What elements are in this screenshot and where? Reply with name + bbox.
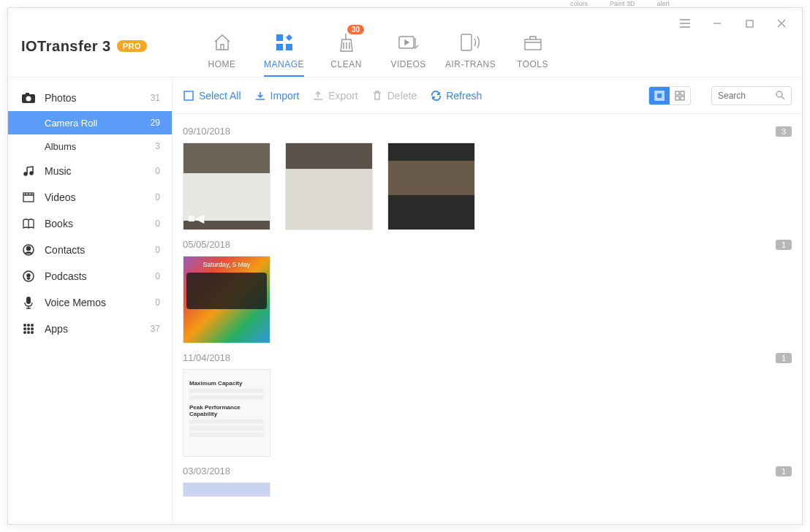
search-box[interactable] xyxy=(711,86,792,105)
nav-videos[interactable]: VIDEOS xyxy=(377,29,439,77)
svg-point-34 xyxy=(776,91,782,97)
refresh-button[interactable]: Refresh xyxy=(430,90,482,102)
import-icon xyxy=(254,90,266,102)
sidebar-item-count: 0 xyxy=(155,271,160,281)
sidebar-item-label: Camera Roll xyxy=(45,118,97,129)
content-toolbar: Select All Import Export Delete Refresh xyxy=(173,77,802,114)
date-group-count: 1 xyxy=(776,240,792,250)
import-button[interactable]: Import xyxy=(254,90,300,102)
sidebar-item-label: Music xyxy=(45,165,72,177)
sidebar-item-count: 0 xyxy=(155,166,160,176)
svg-point-14 xyxy=(27,247,31,251)
nav-home[interactable]: HOME xyxy=(191,29,253,77)
close-button[interactable] xyxy=(765,12,798,34)
photo-gallery[interactable]: 09/10/2018 3 ■◀ 05/05/2018 1 11/04/2018 xyxy=(173,114,802,524)
sidebar-item-videos[interactable]: Videos 0 xyxy=(8,184,172,210)
app-window: IOTransfer 3 PRO HOME MANAGE 30 xyxy=(7,7,803,525)
camera-icon xyxy=(20,93,37,103)
export-icon xyxy=(312,90,324,102)
sidebar: Photos 31 Camera Roll 29 Albums 3 Music … xyxy=(8,77,173,524)
svg-rect-9 xyxy=(26,93,29,95)
clean-badge: 30 xyxy=(347,25,364,34)
minimize-button[interactable] xyxy=(701,12,733,34)
sidebar-item-books[interactable]: Books 0 xyxy=(8,210,172,237)
window-controls xyxy=(669,12,798,34)
sidebar-item-count: 0 xyxy=(155,192,160,202)
view-thumb-large[interactable] xyxy=(649,87,670,104)
sidebar-item-label: Videos xyxy=(45,191,76,203)
main-area: Photos 31 Camera Roll 29 Albums 3 Music … xyxy=(8,77,802,524)
svg-rect-6 xyxy=(746,20,753,27)
menu-button[interactable] xyxy=(669,12,701,34)
svg-point-10 xyxy=(24,172,27,175)
sidebar-item-label: Contacts xyxy=(45,244,85,256)
pro-badge: PRO xyxy=(117,40,147,52)
svg-rect-32 xyxy=(675,96,679,100)
svg-rect-2 xyxy=(286,44,292,50)
svg-rect-29 xyxy=(656,93,662,99)
photo-thumbnail[interactable]: ■◀ xyxy=(183,142,270,230)
sidebar-item-count: 0 xyxy=(155,297,160,308)
date-group-header: 11/04/2018 1 xyxy=(183,352,792,363)
sidebar-item-albums[interactable]: Albums 3 xyxy=(8,134,172,158)
svg-point-25 xyxy=(27,331,30,334)
photo-thumbnail[interactable] xyxy=(183,256,270,343)
refresh-icon xyxy=(430,90,442,102)
film-icon xyxy=(20,192,37,202)
nav-manage[interactable]: MANAGE xyxy=(253,29,315,77)
sidebar-item-music[interactable]: Music 0 xyxy=(8,158,172,184)
nav-clean[interactable]: 30 CLEAN xyxy=(315,29,377,77)
sidebar-item-camera-roll[interactable]: Camera Roll 29 xyxy=(8,111,172,134)
photo-thumbnail[interactable] xyxy=(183,482,270,497)
svg-rect-0 xyxy=(276,34,283,41)
contacts-icon xyxy=(20,244,37,256)
checkbox-icon xyxy=(183,90,194,102)
logo: IOTransfer 3 PRO xyxy=(8,8,147,77)
app-name: IOTransfer 3 xyxy=(21,38,111,55)
sidebar-item-count: 29 xyxy=(151,118,160,128)
search-input[interactable] xyxy=(718,91,771,101)
sidebar-item-count: 3 xyxy=(155,141,160,151)
mic-icon xyxy=(20,296,37,309)
photo-thumbnail[interactable] xyxy=(285,142,373,230)
sidebar-item-voice-memos[interactable]: Voice Memos 0 xyxy=(8,289,172,316)
clean-icon: 30 xyxy=(315,29,377,55)
background-tabs: colors Paint 3D alert xyxy=(0,0,810,4)
date-group-header: 05/05/2018 1 xyxy=(183,239,792,250)
sidebar-item-apps[interactable]: Apps 37 xyxy=(8,316,172,342)
svg-point-21 xyxy=(23,327,26,330)
select-all-button[interactable]: Select All xyxy=(183,90,241,102)
sidebar-item-label: Photos xyxy=(45,92,77,104)
photo-thumbnail[interactable]: Maximum Capacity Peak Performance Capabi… xyxy=(183,369,270,457)
sidebar-item-photos[interactable]: Photos 31 xyxy=(8,85,172,111)
date-group-count: 1 xyxy=(776,353,792,363)
date-group-count: 3 xyxy=(776,126,792,137)
trash-icon xyxy=(371,90,383,102)
delete-button: Delete xyxy=(371,90,417,102)
sidebar-item-label: Podcasts xyxy=(45,270,87,282)
svg-point-16 xyxy=(27,274,30,277)
airtrans-icon xyxy=(439,29,501,55)
podcast-icon xyxy=(20,270,37,282)
svg-rect-17 xyxy=(26,297,31,304)
sidebar-item-label: Albums xyxy=(45,141,76,152)
svg-point-19 xyxy=(27,324,30,327)
videos-icon xyxy=(377,29,439,55)
header: IOTransfer 3 PRO HOME MANAGE 30 xyxy=(8,8,802,77)
main-nav: HOME MANAGE 30 CLEAN VIDEOS xyxy=(191,8,564,77)
svg-rect-33 xyxy=(681,96,684,100)
sidebar-item-label: Voice Memos xyxy=(45,297,106,308)
date-group-header: 09/10/2018 3 xyxy=(183,126,792,137)
view-thumb-grid[interactable] xyxy=(670,87,690,104)
nav-tools[interactable]: TOOLS xyxy=(501,29,564,77)
sidebar-item-contacts[interactable]: Contacts 0 xyxy=(8,237,172,263)
sidebar-item-label: Books xyxy=(45,218,73,229)
svg-rect-4 xyxy=(461,34,472,50)
photo-thumbnail[interactable] xyxy=(387,142,475,230)
video-indicator-icon: ■◀ xyxy=(188,211,204,225)
maximize-button[interactable] xyxy=(733,12,765,34)
sidebar-item-podcasts[interactable]: Podcasts 0 xyxy=(8,263,172,289)
book-icon xyxy=(20,218,37,229)
view-toggle xyxy=(648,86,691,105)
nav-airtrans[interactable]: AIR-TRANS xyxy=(439,29,501,77)
